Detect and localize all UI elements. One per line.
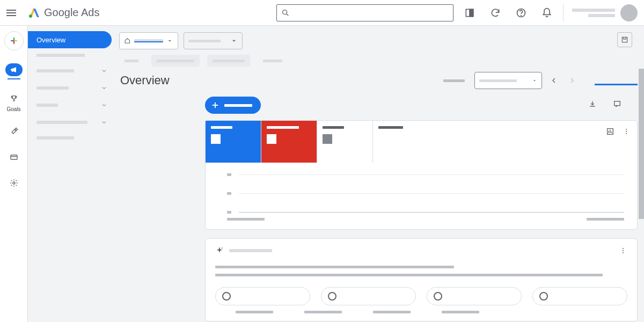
insight-option-2[interactable] <box>321 287 416 305</box>
account-selector[interactable] <box>119 32 178 49</box>
kebab-icon[interactable] <box>619 246 627 255</box>
chip-3[interactable] <box>207 55 250 67</box>
insight-card <box>205 238 638 321</box>
account-name-placeholder <box>572 9 615 12</box>
radio-icon <box>328 292 336 301</box>
svg-rect-4 <box>470 9 473 16</box>
rail-item-campaigns[interactable] <box>5 63 23 79</box>
plus-icon <box>210 100 220 110</box>
chart-x-start <box>227 218 265 221</box>
stat-tile-2[interactable] <box>261 121 317 163</box>
date-prev-button[interactable] <box>547 74 560 87</box>
campaign-selector[interactable] <box>184 32 243 49</box>
tools-icon <box>10 127 18 136</box>
insight-options <box>215 287 627 305</box>
svg-point-1 <box>283 10 287 14</box>
download-icon[interactable] <box>588 100 597 108</box>
rail-item-billing[interactable] <box>5 151 23 164</box>
nav-item-3[interactable] <box>28 79 114 97</box>
search-icon <box>281 9 290 17</box>
chart-area <box>206 163 637 229</box>
nav-item-1[interactable] <box>28 48 114 62</box>
product-logo[interactable]: Google Ads <box>28 6 99 19</box>
expand-chart-icon[interactable] <box>606 127 614 136</box>
title-bar: Overview <box>114 72 644 97</box>
date-label-placeholder <box>443 79 465 82</box>
nav-item-overview[interactable]: Overview <box>28 31 112 48</box>
insight-option-4[interactable] <box>532 287 627 305</box>
account-switcher[interactable] <box>563 4 638 21</box>
scrollbar-thumb[interactable] <box>639 69 644 219</box>
nav-rail: Goals <box>0 26 28 322</box>
chip-2[interactable] <box>151 55 200 67</box>
active-indicator <box>595 84 638 85</box>
main-content: Overview <box>114 26 644 322</box>
account-id-placeholder <box>588 14 615 17</box>
nav-item-5[interactable] <box>28 114 114 131</box>
rail-item-admin[interactable] <box>5 177 23 189</box>
notifications-icon[interactable] <box>541 8 552 18</box>
megaphone-icon <box>10 65 18 74</box>
new-campaign-button[interactable] <box>205 97 261 114</box>
nav-item-4[interactable] <box>28 97 114 114</box>
svg-rect-18 <box>622 37 627 42</box>
chart-x-end <box>587 218 624 221</box>
stat-tile-1[interactable] <box>206 121 261 163</box>
svg-point-27 <box>626 129 627 130</box>
chevron-down-icon <box>101 68 107 74</box>
stat-tile-3[interactable] <box>317 121 373 163</box>
svg-point-15 <box>13 182 15 184</box>
header-actions <box>464 8 557 18</box>
radio-icon <box>222 292 231 301</box>
stat-tile-4[interactable] <box>373 121 637 163</box>
help-icon[interactable] <box>516 8 526 18</box>
kebab-icon[interactable] <box>622 127 631 136</box>
svg-line-2 <box>287 13 289 16</box>
rail-item-goals[interactable]: Goals <box>5 92 23 112</box>
chip-1[interactable] <box>119 55 144 67</box>
context-bar <box>114 26 644 55</box>
chip-4[interactable] <box>258 55 288 67</box>
appearance-icon[interactable] <box>464 8 475 18</box>
caret-down-icon <box>532 78 537 83</box>
google-ads-logo-icon <box>28 6 41 19</box>
chevron-down-icon <box>101 102 107 108</box>
chevron-left-icon <box>550 76 558 85</box>
date-range-selector[interactable] <box>474 72 542 89</box>
avatar[interactable] <box>620 4 638 21</box>
home-icon <box>124 37 131 45</box>
page-title: Overview <box>120 74 170 87</box>
performance-card <box>205 120 638 230</box>
save-icon <box>621 36 628 43</box>
chevron-down-icon <box>101 119 107 126</box>
radio-icon <box>434 292 442 301</box>
insight-option-1[interactable] <box>215 287 310 305</box>
svg-marker-16 <box>169 40 171 42</box>
filter-chips <box>114 55 644 72</box>
chevron-down-icon <box>101 85 107 91</box>
radio-icon <box>539 292 548 301</box>
hamburger-menu-icon[interactable] <box>6 6 19 19</box>
date-next-button[interactable] <box>566 74 579 87</box>
search-input[interactable] <box>276 4 453 21</box>
svg-point-6 <box>521 15 522 16</box>
svg-point-33 <box>623 252 624 253</box>
svg-point-32 <box>623 250 624 251</box>
refresh-icon[interactable] <box>490 8 501 18</box>
nav-item-6[interactable] <box>28 131 114 145</box>
svg-rect-22 <box>614 101 620 106</box>
feedback-icon[interactable] <box>613 100 621 108</box>
insight-title-placeholder <box>229 249 272 252</box>
svg-point-29 <box>626 133 627 134</box>
create-button[interactable] <box>4 31 24 50</box>
sparkle-icon <box>215 246 224 255</box>
download-button[interactable] <box>617 32 632 47</box>
insight-option-3[interactable] <box>427 287 522 305</box>
svg-rect-13 <box>11 155 17 159</box>
rail-item-tools[interactable] <box>5 125 23 138</box>
svg-point-30 <box>222 247 223 248</box>
scrollbar[interactable] <box>639 26 644 322</box>
nav-item-2[interactable] <box>28 62 114 79</box>
card-icon <box>10 153 18 162</box>
svg-marker-17 <box>232 40 236 42</box>
